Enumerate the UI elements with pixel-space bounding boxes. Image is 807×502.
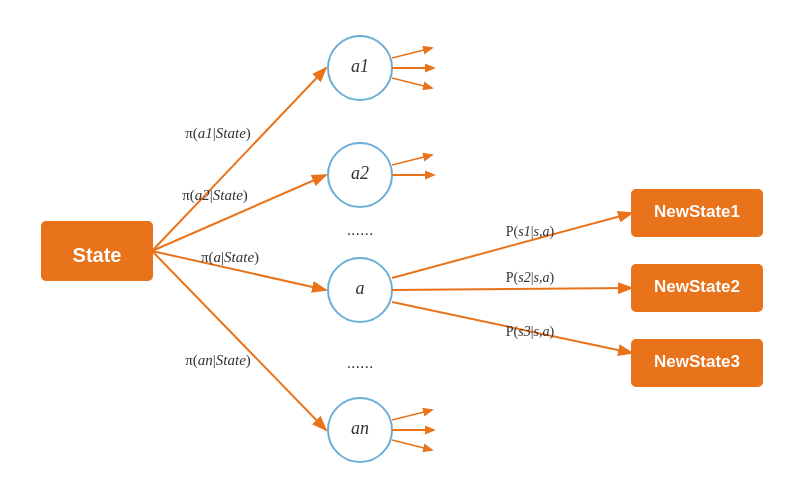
svg-line-14 bbox=[392, 410, 432, 420]
svg-line-9 bbox=[392, 155, 432, 165]
svg-line-12 bbox=[392, 288, 632, 290]
svg-line-2 bbox=[152, 68, 326, 251]
label-p-s3: P(s3|s,a) bbox=[506, 324, 555, 340]
label-a: a bbox=[356, 278, 365, 298]
label-p-s1: P(s1|s,a) bbox=[506, 224, 555, 240]
label-p-s2: P(s2|s,a) bbox=[506, 270, 555, 286]
dots-1: ...... bbox=[347, 221, 374, 238]
label-to-a1: π(a1|State) bbox=[185, 125, 251, 142]
label-a2: a2 bbox=[351, 163, 369, 183]
svg-line-6 bbox=[392, 48, 432, 58]
label-a1: a1 bbox=[351, 56, 369, 76]
label-to-a2: π(a2|State) bbox=[182, 187, 248, 204]
dots-2: ...... bbox=[347, 354, 374, 371]
svg-line-11 bbox=[392, 213, 632, 278]
label-to-an: π(an|State) bbox=[185, 352, 251, 369]
newstate2-label: NewState2 bbox=[654, 277, 740, 296]
svg-line-5 bbox=[152, 251, 326, 430]
label-an: an bbox=[351, 418, 369, 438]
newstate1-label: NewState1 bbox=[654, 202, 740, 221]
state-label: State bbox=[73, 244, 122, 266]
newstate3-label: NewState3 bbox=[654, 352, 740, 371]
label-to-a: π(a|State) bbox=[201, 249, 259, 266]
svg-line-8 bbox=[392, 78, 432, 88]
svg-line-16 bbox=[392, 440, 432, 450]
